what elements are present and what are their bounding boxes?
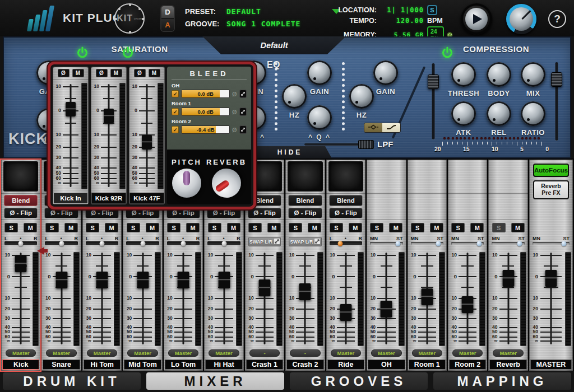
master-volume-knob[interactable] <box>506 4 536 34</box>
fader-handle-hi-hat[interactable] <box>218 272 230 288</box>
width-handle[interactable] <box>562 241 567 246</box>
mute-button-hi-hat[interactable]: M <box>227 223 240 232</box>
mute-button-ride[interactable]: M <box>349 223 362 232</box>
solo-button-hi-hat[interactable]: S <box>208 223 221 232</box>
route-button-hi-hat[interactable]: Master <box>209 349 239 357</box>
channel-name-kick[interactable]: Kick <box>2 360 39 370</box>
channel-name-room-1[interactable]: Room 1 <box>409 360 446 370</box>
eq-band-3-q-knob[interactable] <box>307 105 332 130</box>
blend-button-kick[interactable]: Blend <box>4 195 38 206</box>
width-slider-oh[interactable] <box>370 242 402 245</box>
route-button-kick[interactable]: Master <box>6 349 36 357</box>
popup-strip-name-kick-92r[interactable]: Kick 92R <box>91 193 126 204</box>
compression-mix-knob[interactable] <box>521 62 545 87</box>
mute-button-room-2[interactable]: M <box>470 223 484 232</box>
digital-option[interactable]: D <box>161 6 174 18</box>
channel-name-room-2[interactable]: Room 2 <box>449 360 486 370</box>
solo-button-room-2[interactable]: S <box>451 223 465 232</box>
solo-button-room-1[interactable]: S <box>411 223 424 232</box>
pan-slider-lo-tom[interactable] <box>167 241 200 245</box>
route-button-crash-1[interactable]: - <box>249 349 280 357</box>
route-button-crash-2[interactable]: - <box>290 349 320 357</box>
fader-handle-room-1[interactable] <box>421 288 433 305</box>
compression-rel-knob[interactable] <box>487 101 511 126</box>
compression-body-knob[interactable] <box>487 62 511 87</box>
fader-handle-mid-tom[interactable] <box>137 272 149 288</box>
eq-band-4-bell-button[interactable] <box>364 123 382 132</box>
mute-button-kick-in[interactable]: M <box>72 69 84 77</box>
width-handle[interactable] <box>517 241 522 246</box>
mute-button-kick-47f[interactable]: M <box>149 69 160 77</box>
analog-option[interactable]: A <box>161 18 174 31</box>
help-button[interactable]: ? <box>548 10 566 28</box>
channel-name-lo-tom[interactable]: Lo Tom <box>165 360 202 370</box>
popup-strip-name-kick-in[interactable]: Kick In <box>53 193 88 204</box>
eq-preset-banner[interactable]: Default <box>202 36 346 54</box>
channel-name-master[interactable]: MASTER <box>530 360 572 370</box>
phase-button-kick-in[interactable]: Ø <box>58 69 70 77</box>
compression-ratio-knob[interactable] <box>521 101 545 126</box>
pan-slider-hi-hat[interactable] <box>207 241 240 245</box>
solo-button-snare[interactable]: S <box>45 223 59 232</box>
pan-slider-hi-tom[interactable] <box>86 241 118 245</box>
eq-band-4-gain-knob[interactable] <box>373 60 398 85</box>
width-handle[interactable] <box>395 241 400 246</box>
fader-handle-crash-1[interactable] <box>258 279 270 296</box>
fader-handle-snare[interactable] <box>55 272 67 288</box>
eq-band-4-freq-knob[interactable] <box>349 84 374 109</box>
pan-slider-mid-tom[interactable] <box>126 241 159 245</box>
saturation-power-icon[interactable] <box>76 46 89 59</box>
compression-input-fader[interactable] <box>427 63 439 139</box>
mute-button-kick[interactable]: M <box>24 223 37 232</box>
route-button-ride[interactable]: Master <box>331 349 361 357</box>
channel-name-crash-2[interactable]: Crash 2 <box>286 360 323 370</box>
eq-band-3-gain-knob[interactable] <box>307 60 332 85</box>
phase-button-kick-92r[interactable]: Ø <box>96 69 108 77</box>
fader-handle-reverb[interactable] <box>502 270 514 287</box>
channel-name-crash-1[interactable]: Crash 1 <box>246 360 283 370</box>
pan-handle[interactable] <box>18 241 24 246</box>
bleed-checkbox-room-1[interactable]: ✓ <box>172 108 179 115</box>
bleed-value-room-2[interactable]: -9.4 dB <box>181 125 230 134</box>
mute-button-hi-tom[interactable]: M <box>105 223 118 232</box>
mute-button-crash-2[interactable]: M <box>308 223 321 232</box>
route-button-mid-tom[interactable]: Master <box>127 349 158 357</box>
phase-flip-button-crash-1[interactable]: Ø - Flip <box>248 208 281 219</box>
eq-power-icon[interactable] <box>121 46 135 59</box>
channel-name-mid-tom[interactable]: Mid Tom <box>124 360 161 370</box>
fader-handle-lo-tom[interactable] <box>178 272 189 288</box>
channel-name-snare[interactable]: Snare <box>43 360 80 370</box>
mute-button-snare[interactable]: M <box>64 223 78 232</box>
route-button-hi-tom[interactable]: Master <box>87 349 117 357</box>
tab-mapping[interactable]: MAPPING <box>433 372 571 390</box>
solo-button-crash-2[interactable]: S <box>289 223 302 232</box>
sync-badge[interactable]: S <box>427 5 437 15</box>
groove-value[interactable]: SONG 1 COMPLETE <box>226 20 300 28</box>
hide-button[interactable]: HIDE <box>248 146 332 158</box>
width-slider-reverb[interactable] <box>492 242 524 245</box>
width-handle[interactable] <box>476 241 482 246</box>
solo-button-crash-1[interactable]: S <box>248 223 262 232</box>
fader-handle-ride[interactable] <box>340 304 351 321</box>
bleed-checkbox-oh[interactable]: ✓ <box>172 90 179 97</box>
compression-output-fader[interactable] <box>550 62 563 141</box>
fader-handle-kick-92r[interactable] <box>104 109 114 123</box>
channel-name-ride[interactable]: Ride <box>327 360 364 370</box>
fader-handle-hi-tom[interactable] <box>96 272 108 288</box>
tempo-value[interactable]: 120.00 <box>380 17 424 25</box>
swap-lr-button-crash-1[interactable]: SWAP L/R <box>248 237 281 246</box>
bleed-expand-button[interactable] <box>239 125 247 134</box>
fader-handle-kick-47f[interactable] <box>142 135 152 150</box>
eq-lpf-slider[interactable] <box>304 143 374 146</box>
width-slider-room-2[interactable] <box>451 242 484 245</box>
route-button-lo-tom[interactable]: Master <box>168 349 198 357</box>
channel-name-oh[interactable]: OH <box>368 360 405 370</box>
pan-handle[interactable] <box>337 241 342 246</box>
compression-power-icon[interactable] <box>441 46 454 59</box>
tab-drum-kit[interactable]: DRUM KIT <box>3 372 141 390</box>
mute-button-oh[interactable]: M <box>389 223 402 232</box>
bleed-checkbox-room-2[interactable]: ✓ <box>172 126 179 133</box>
solo-button-oh[interactable]: S <box>370 223 383 232</box>
solo-button-lo-tom[interactable]: S <box>167 223 180 232</box>
mute-button-room-1[interactable]: M <box>430 223 443 232</box>
